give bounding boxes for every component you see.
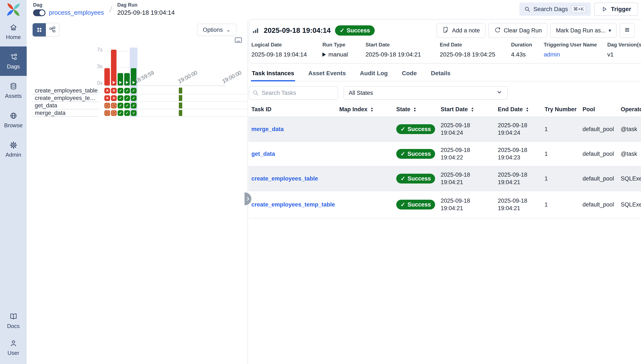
grid-task-label[interactable]: create_employees_temp_table — [32, 94, 98, 102]
check-icon: ✓ — [400, 126, 405, 132]
task-instance-chip-success[interactable]: ✓ — [118, 103, 123, 108]
task-instance-chip-failed[interactable]: ✕ — [104, 88, 110, 94]
try-number-cell: 1 — [545, 126, 582, 132]
duration-axis-tick: 0s — [88, 80, 103, 86]
tab-code[interactable]: Code — [401, 68, 417, 82]
sidebar-item-label: Browse — [4, 122, 23, 129]
run-tabs: Task InstancesAsset EventsAudit LogCodeD… — [251, 68, 641, 82]
dag-run-bar[interactable] — [124, 73, 130, 86]
run-detail-panel: 2025-09-18 19:04:14 ✓ Success — [248, 20, 641, 364]
meta-value: 2025-09-18 19:04:25 — [440, 51, 511, 58]
task-instance-chip-success[interactable]: ✓ — [131, 110, 137, 116]
tab-asset-events[interactable]: Asset Events — [307, 68, 347, 82]
dags-icon — [9, 52, 18, 62]
task-instance-chip-success[interactable]: ✓ — [131, 88, 137, 94]
meta-label: Logical Date — [251, 42, 322, 48]
task-id-link[interactable]: get_data — [251, 150, 275, 158]
column-header-start-date[interactable]: Start Date — [441, 106, 498, 113]
mark-dag-run-as-button[interactable]: Mark Dag Run as... ▾ — [550, 23, 617, 38]
task-instance-chip-upstream[interactable]: ↑ — [111, 103, 117, 108]
meta-value: manual — [322, 51, 365, 58]
trigger-label: Trigger — [611, 6, 631, 12]
dag-run-bar[interactable] — [111, 50, 116, 86]
airflow-logo[interactable] — [7, 2, 21, 16]
grid-task-label[interactable]: merge_data — [32, 109, 98, 117]
sort-icon[interactable] — [412, 107, 417, 112]
sidebar-item-admin[interactable]: Admin — [0, 135, 27, 164]
timeline-run-block[interactable] — [179, 110, 182, 116]
task-instance-chip-success[interactable]: ✓ — [118, 110, 123, 116]
sort-icon[interactable] — [525, 107, 530, 112]
state-success-badge: ✓Success — [396, 200, 435, 210]
end-date-cell: 2025-09-18 19:04:24 — [498, 122, 537, 136]
run-menu-button[interactable] — [620, 23, 634, 38]
task-instance-chip-success[interactable]: ✓ — [124, 88, 130, 94]
timeline-run-block[interactable] — [179, 102, 182, 108]
column-header-end-date[interactable]: End Date — [498, 106, 545, 113]
dag-pause-toggle[interactable] — [33, 10, 46, 16]
task-instance-chip-success[interactable]: ✓ — [124, 110, 130, 116]
sidebar-item-label: Docs — [7, 323, 20, 330]
task-instance-chip-upstream[interactable]: ↑ — [104, 110, 110, 116]
sort-icon[interactable] — [470, 107, 475, 112]
trigger-button[interactable]: Trigger — [594, 2, 638, 16]
dag-name-link[interactable]: process_employees — [49, 9, 104, 16]
column-header-state[interactable]: State — [396, 106, 441, 113]
triggering-user-link[interactable]: admin — [544, 51, 607, 58]
tab-audit-log[interactable]: Audit Log — [359, 68, 389, 82]
sidebar-item-browse[interactable]: Browse — [0, 105, 27, 135]
task-id-link[interactable]: merge_data — [251, 125, 284, 133]
task-instance-chip-success[interactable]: ✓ — [124, 95, 130, 101]
timeline-run-block[interactable] — [179, 88, 182, 94]
grid-task-label[interactable]: get_data — [32, 102, 98, 109]
meta-field: Triggering User Nameadmin — [544, 42, 607, 58]
operator-cell: @task — [621, 126, 641, 132]
task-timeline-row — [137, 102, 247, 109]
task-instance-chip-success[interactable]: ✓ — [118, 95, 123, 101]
task-instance-chip-success[interactable]: ✓ — [131, 95, 137, 101]
task-instance-chip-success[interactable]: ✓ — [124, 103, 130, 108]
main-area: Dag process_employees / Dag Run 2025-09-… — [27, 0, 641, 364]
dag-runs-grid-chart: 7s3s0s18:59:5919:00:0019:00:00create_emp… — [27, 20, 248, 364]
state-filter-select[interactable]: All States — [344, 86, 508, 100]
task-id-link[interactable]: create_employees_temp_table — [251, 201, 335, 208]
timeline-run-block[interactable] — [179, 95, 182, 101]
sidebar-item-label: Admin — [6, 152, 21, 158]
task-id-link[interactable]: create_employees_table — [251, 175, 318, 182]
task-instance-chip-failed[interactable]: ✕ — [111, 95, 117, 101]
sidebar-item-user[interactable]: User — [0, 334, 27, 361]
sort-icon[interactable] — [370, 107, 374, 112]
sidebar: HomeDagsAssetsBrowseAdmin DocsUser — [0, 0, 27, 364]
tab-details[interactable]: Details — [430, 68, 451, 82]
meta-label: Start Date — [365, 42, 440, 48]
add-note-button[interactable]: Add a note — [437, 23, 486, 38]
meta-label: Dag Version(s) — [607, 42, 641, 48]
pool-cell: default_pool — [582, 126, 621, 132]
column-header-map-index[interactable]: Map Index — [339, 106, 396, 113]
task-instance-chip-upstream[interactable]: ↑ — [104, 103, 110, 108]
tab-task-instances[interactable]: Task Instances — [251, 68, 295, 82]
task-instance-chip-success[interactable]: ✓ — [131, 103, 137, 108]
state-cell: ✓Success — [396, 124, 441, 134]
dag-run-bar[interactable] — [118, 73, 123, 86]
sidebar-item-assets[interactable]: Assets — [0, 76, 27, 105]
manual-run-icon — [132, 81, 135, 84]
task-instance-chip-failed[interactable]: ✕ — [104, 95, 110, 101]
try-number-cell: 1 — [545, 151, 582, 157]
state-filter-value: All States — [349, 90, 373, 96]
grid-task-label[interactable]: create_employees_table — [32, 87, 98, 94]
clear-dag-run-button[interactable]: Clear Dag Run — [488, 23, 548, 38]
sidebar-item-dags[interactable]: Dags — [0, 46, 27, 76]
task-instance-chip-success[interactable]: ✓ — [118, 88, 123, 94]
sidebar-item-home[interactable]: Home — [0, 17, 27, 46]
task-instance-chip-upstream[interactable]: ↑ — [111, 110, 117, 116]
airflow-app: HomeDagsAssetsBrowseAdmin DocsUser Dag p… — [0, 0, 641, 364]
search-tasks-input[interactable] — [249, 86, 338, 100]
task-instance-chip-failed[interactable]: ✕ — [111, 88, 117, 94]
dag-run-bar[interactable] — [104, 68, 110, 86]
operator-cell: SQLExecuteQueryOperator — [621, 202, 641, 208]
dag-run-bar[interactable] — [131, 68, 136, 86]
search-dags-button[interactable]: Search Dags ⌘+K — [519, 2, 591, 16]
sidebar-item-docs[interactable]: Docs — [0, 307, 27, 334]
state-success-badge: ✓Success — [396, 124, 435, 134]
